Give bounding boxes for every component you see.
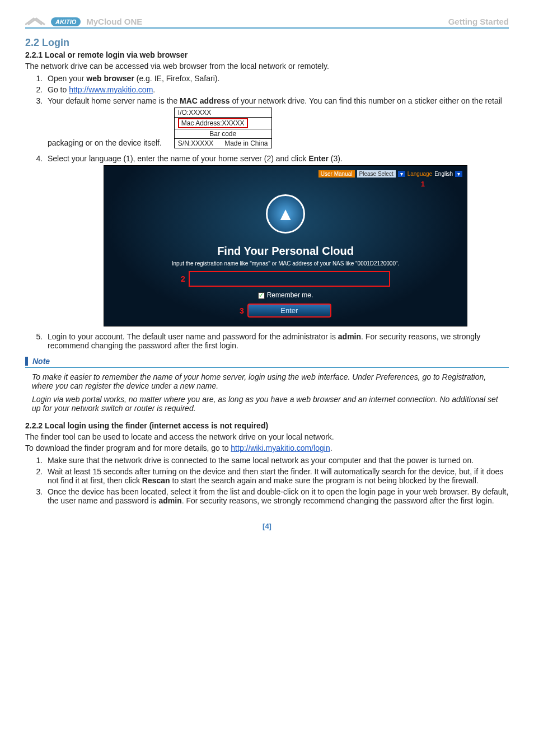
finder-step-1: Make sure that the network drive is conn… [45, 456, 509, 465]
steps-list-1: Open your web browser (e.g. IE, Firefox,… [45, 74, 509, 350]
intro-2b: To download the finder program and for m… [25, 444, 509, 452]
brand-logo: AKITIO [25, 17, 81, 26]
language-label: Language [407, 171, 433, 177]
heading-2-2-1: 2.2.1 Local or remote login via web brow… [25, 50, 509, 59]
portal-top-bar: User Manual Please Select ▾ Language Eng… [104, 170, 467, 178]
label-mac: Mac Address:XXXXX [175, 118, 271, 129]
dropdown-icon[interactable]: ▾ [455, 171, 462, 177]
cloud-logo-icon: ▲ [266, 194, 305, 234]
label-barcode: Bar code [175, 129, 271, 139]
heading-2-2-2: 2.2.2 Local login using the finder (inte… [25, 421, 509, 430]
note-block: Note To make it easier to remember the n… [25, 357, 509, 413]
finder-step-3: Once the device has been located, select… [45, 487, 509, 505]
steps-list-2: Make sure that the network drive is conn… [45, 456, 509, 505]
step-5: Login to your account. The default user … [45, 332, 509, 350]
note-p2: Login via web portal works, no matter wh… [32, 395, 502, 413]
step-3: Your default home server name is the MAC… [45, 96, 509, 152]
page-number: [4] [25, 522, 509, 530]
label-io: I/O:XXXXX [175, 108, 271, 118]
myakitio-link[interactable]: http://www.myakitio.com [69, 85, 153, 94]
marker-1: 1 [421, 180, 425, 188]
product-title: MyCloud ONE [86, 17, 142, 26]
portal-subtext: Input the registration name like "mynas"… [104, 260, 467, 267]
manual-select[interactable]: Please Select [357, 170, 396, 178]
chevron-icon [25, 17, 48, 26]
step-1: Open your web browser (e.g. IE, Firefox,… [45, 74, 509, 83]
intro-text: The network drive can be accessed via we… [25, 62, 509, 71]
note-title: Note [25, 357, 509, 366]
marker-2: 2 [181, 274, 185, 283]
portal-title: Find Your Personal Cloud [104, 245, 467, 258]
intro-2a: The finder tool can be used to locate an… [25, 432, 509, 441]
section-title: Getting Started [448, 17, 509, 26]
remember-checkbox[interactable] [258, 292, 265, 299]
note-p1: To make it easier to remember the name o… [32, 372, 502, 390]
label-sn-row: S/N:XXXXX Made in China [175, 139, 271, 148]
note-divider [25, 367, 509, 368]
dropdown-icon[interactable]: ▾ [398, 171, 405, 177]
portal-screenshot: User Manual Please Select ▾ Language Eng… [104, 165, 467, 326]
step-2: Go to http://www.myakitio.com. [45, 85, 509, 94]
marker-3: 3 [240, 306, 244, 315]
heading-2-2: 2.2 Login [25, 37, 509, 49]
wiki-link[interactable]: http://wiki.myakitio.com/login [231, 444, 330, 452]
page-header: AKITIO MyCloud ONE Getting Started [25, 17, 509, 29]
device-label-sticker: I/O:XXXXX Mac Address:XXXXX Bar code S/N… [174, 108, 272, 148]
finder-step-2: Wait at least 15 seconds after turning o… [45, 467, 509, 485]
step-4: Select your language (1), enter the name… [45, 154, 509, 326]
remember-row: Remember me. [104, 291, 467, 299]
logo-badge: AKITIO [51, 17, 81, 26]
server-name-input[interactable] [189, 271, 390, 287]
user-manual-label: User Manual [318, 170, 355, 178]
enter-button[interactable]: Enter [247, 304, 331, 318]
language-value: English [434, 171, 453, 177]
